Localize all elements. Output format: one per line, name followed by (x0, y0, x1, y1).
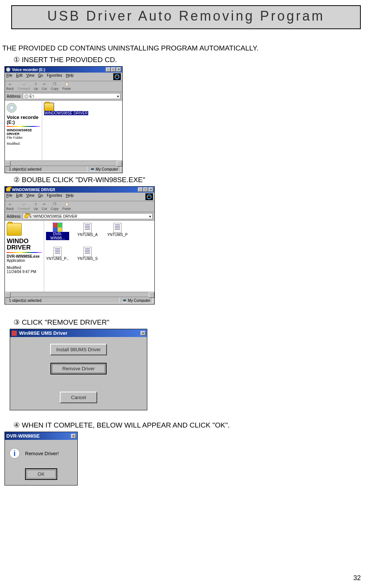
tool-cut[interactable]: ✂Cut (42, 202, 47, 211)
file-pane[interactable]: WINDOWS98SE DRIVER (42, 101, 122, 160)
close-button[interactable]: × (148, 187, 153, 192)
drive-name: Voice recorde (E:) (7, 115, 40, 125)
cd-icon (7, 103, 16, 113)
svg-point-0 (115, 74, 119, 79)
file-icon[interactable] (83, 223, 92, 233)
menu-help[interactable]: Help (66, 193, 74, 200)
minimize-button[interactable]: _ (138, 187, 143, 192)
status-selection: 1 object(s) selected (6, 166, 87, 172)
modified-label: Modified: (7, 142, 40, 146)
maximize-button[interactable]: □ (111, 67, 116, 72)
selected-type: File Folder (7, 136, 40, 140)
page-header: USB Driver Auto Removing Program (11, 5, 361, 29)
address-bar: Address E:\ ▾ (5, 92, 122, 101)
minimize-button[interactable]: _ (106, 67, 111, 72)
menu-favorites[interactable]: Favorites (47, 193, 62, 200)
dialog-titlebar: Win98SE UMS Driver × (10, 329, 147, 337)
toolbar: ⇦Back ⇨Forward ⇧Up ✂Cut ❐Copy 📋Paste (5, 201, 154, 212)
window-controls: _ □ × (138, 187, 153, 192)
address-bar: Address E:\WINDOWS98SE DRIVER ▾ (5, 212, 154, 221)
tool-paste[interactable]: 📋Paste (62, 202, 71, 211)
tool-copy[interactable]: ❐Copy (51, 202, 59, 211)
tool-forward[interactable]: ⇨Forward (18, 82, 30, 91)
selected-name: WINDOWS98SE DRIVER (7, 128, 40, 136)
file-icon[interactable] (53, 247, 62, 257)
ie-logo-icon (145, 193, 153, 200)
install-button[interactable]: Install 98UMS Driver (50, 344, 107, 355)
close-button[interactable]: × (141, 331, 145, 336)
tool-forward[interactable]: ⇨Forward (18, 202, 30, 211)
info-pane: Voice recorde (E:) WINDOWS98SE DRIVER Fi… (5, 101, 42, 160)
window-controls: _ □ × (106, 67, 121, 72)
step4-label: ④ WHEN IT COMPLETE, BELOW WILL APPEAR AN… (13, 421, 372, 429)
folder-icon[interactable] (44, 103, 54, 111)
explorer-body: Voice recorde (E:) WINDOWS98SE DRIVER Fi… (5, 101, 122, 160)
dialog-title: DVR-WIN98SE (6, 433, 40, 439)
tool-cut[interactable]: ✂Cut (42, 82, 47, 91)
dialog-body: i Remove Driver! OK (5, 440, 77, 485)
titlebar: WINDOWS98SE DRIVER _ □ × (5, 187, 154, 193)
file-pane[interactable]: DVR-WIN98... YNTUMS_A YNTUMS_P YNTUMS_P.… (44, 221, 154, 292)
menubar: File Edit View Go Favorites Help (5, 193, 154, 201)
file-icon[interactable] (83, 247, 92, 257)
status-location: 💻 My Computer (87, 166, 121, 172)
tool-paste[interactable]: 📋Paste (62, 82, 71, 91)
dropdown-icon[interactable]: ▾ (149, 214, 151, 218)
cancel-button[interactable]: Cancel (60, 392, 97, 403)
file-label: DVR-WIN98... (46, 232, 69, 240)
statusbar: 1 object(s) selected 💻 My Computer (5, 165, 122, 173)
dialog-remove-driver: DVR-WIN98SE × i Remove Driver! OK (4, 432, 78, 486)
status-selection: 1 object(s) selected (6, 298, 120, 303)
dialog-message: Remove Driver! (25, 451, 59, 456)
folder-name: WINDODRIVER (7, 238, 42, 251)
menu-edit[interactable]: Edit (16, 193, 22, 200)
toolbar: ⇦Back ⇨Forward ⇧Up ✂Cut ❐Copy 📋Paste (5, 81, 122, 92)
menu-edit[interactable]: Edit (16, 73, 22, 80)
folder-label: WINDOWS98SE DRIVER (44, 111, 88, 115)
drive-icon (24, 94, 28, 98)
menu-view[interactable]: View (26, 73, 34, 80)
file-type: Application (7, 258, 42, 263)
address-field[interactable]: E:\ ▾ (23, 93, 120, 99)
content-area: THE PROVIDED CD CONTAINS UNINSTALLING PR… (0, 29, 372, 486)
maximize-button[interactable]: □ (143, 187, 148, 192)
menu-help[interactable]: Help (66, 73, 74, 80)
menu-go[interactable]: Go (38, 73, 43, 80)
step1-label: ① INSERT THE PROVIDED CD. (13, 55, 372, 64)
dropdown-icon[interactable]: ▾ (117, 94, 119, 98)
address-field[interactable]: E:\WINDOWS98SE DRIVER ▾ (23, 213, 153, 219)
menu-file[interactable]: File (6, 73, 12, 80)
ok-button[interactable]: OK (25, 468, 57, 480)
ie-logo-icon (113, 73, 121, 80)
rainbow-divider (7, 252, 42, 253)
window-title: Voice recorder (E:) (12, 68, 45, 72)
info-icon: i (9, 448, 20, 459)
exe-icon[interactable] (53, 223, 62, 232)
explorer-window-step2: WINDOWS98SE DRIVER _ □ × File Edit View … (4, 186, 155, 304)
folder-icon (24, 215, 28, 218)
scrollbar-h[interactable] (5, 292, 154, 297)
status-location: 💻 My Computer (120, 298, 153, 303)
close-button[interactable]: × (116, 67, 121, 72)
remove-button[interactable]: Remove Driver (50, 363, 107, 374)
tool-back[interactable]: ⇦Back (6, 82, 14, 91)
menu-go[interactable]: Go (38, 193, 43, 200)
dialog-body: Install 98UMS Driver Remove Driver Cance… (10, 337, 147, 410)
menubar: File Edit View Go Favorites Help (5, 73, 122, 81)
menu-file[interactable]: File (6, 193, 12, 200)
tool-back[interactable]: ⇦Back (6, 202, 14, 211)
file-icon[interactable] (113, 223, 122, 233)
dialog-ums-driver: Win98SE UMS Driver × Install 98UMS Drive… (10, 329, 147, 410)
rainbow-divider (7, 126, 40, 127)
scrollbar-h[interactable] (5, 160, 122, 165)
step2-label: ② BOUBLE CLICK "DVR-WIN98SE.EXE" (13, 175, 372, 184)
step3-label: ③ CLICK "REMOVE DRIVER" (13, 318, 372, 327)
titlebar: Voice recorder (E:) _ □ × (5, 67, 122, 73)
menu-favorites[interactable]: Favorites (47, 73, 62, 80)
statusbar: 1 object(s) selected 💻 My Computer (5, 297, 154, 304)
tool-up[interactable]: ⇧Up (34, 82, 38, 91)
tool-up[interactable]: ⇧Up (34, 202, 38, 211)
tool-copy[interactable]: ❐Copy (51, 82, 59, 91)
close-button[interactable]: × (71, 434, 76, 438)
menu-view[interactable]: View (26, 193, 34, 200)
